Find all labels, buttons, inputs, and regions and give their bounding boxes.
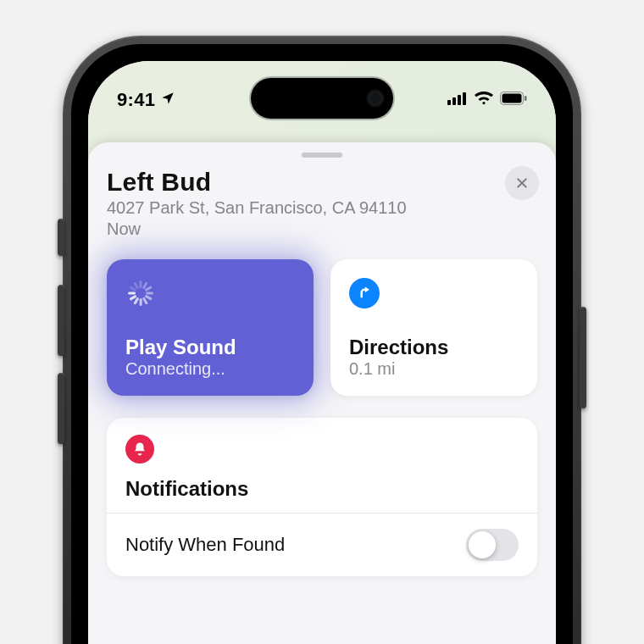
phone-device-frame: 9:41 <box>63 36 581 644</box>
directions-card[interactable]: Directions 0.1 mi <box>330 259 537 396</box>
device-address: 4027 Park St, San Francisco, CA 94110 <box>107 198 537 218</box>
notify-when-found-label: Notify When Found <box>125 534 285 556</box>
directions-distance: 0.1 mi <box>349 359 519 379</box>
device-detail-sheet[interactable]: Left Bud 4027 Park St, San Francisco, CA… <box>88 142 556 644</box>
silence-switch <box>58 219 64 256</box>
volume-up-button <box>58 285 64 356</box>
wifi-icon <box>475 92 493 108</box>
svg-rect-0 <box>447 100 451 105</box>
connecting-spinner-icon <box>125 278 156 308</box>
svg-rect-1 <box>452 97 456 105</box>
svg-rect-5 <box>502 94 522 103</box>
svg-rect-6 <box>525 96 527 101</box>
play-sound-status: Connecting... <box>125 359 295 379</box>
device-timestamp: Now <box>107 219 537 239</box>
location-services-icon <box>160 89 175 111</box>
directions-icon <box>349 278 380 308</box>
battery-icon <box>500 92 527 108</box>
volume-down-button <box>58 373 64 444</box>
phone-screen: 9:41 <box>88 61 556 644</box>
notify-when-found-row[interactable]: Notify When Found <box>125 514 519 576</box>
side-power-button <box>580 307 586 408</box>
notifications-section: Notifications Notify When Found <box>107 418 537 576</box>
play-sound-card[interactable]: Play Sound Connecting... <box>107 259 314 396</box>
sheet-header: Left Bud 4027 Park St, San Francisco, CA… <box>107 168 537 239</box>
notifications-title: Notifications <box>125 477 519 501</box>
cellular-signal-icon <box>447 92 468 108</box>
toggle-knob <box>469 531 496 558</box>
sheet-grabber[interactable] <box>302 153 342 158</box>
play-sound-title: Play Sound <box>125 336 295 359</box>
close-button[interactable] <box>505 166 539 200</box>
dynamic-island <box>251 78 393 119</box>
bell-icon <box>125 435 154 464</box>
notify-when-found-toggle[interactable] <box>466 529 519 561</box>
svg-rect-3 <box>463 92 466 105</box>
front-camera <box>368 91 383 106</box>
directions-title: Directions <box>349 336 519 359</box>
status-time: 9:41 <box>117 89 155 111</box>
close-icon <box>515 176 529 190</box>
device-title: Left Bud <box>107 168 211 197</box>
svg-rect-2 <box>458 95 461 105</box>
